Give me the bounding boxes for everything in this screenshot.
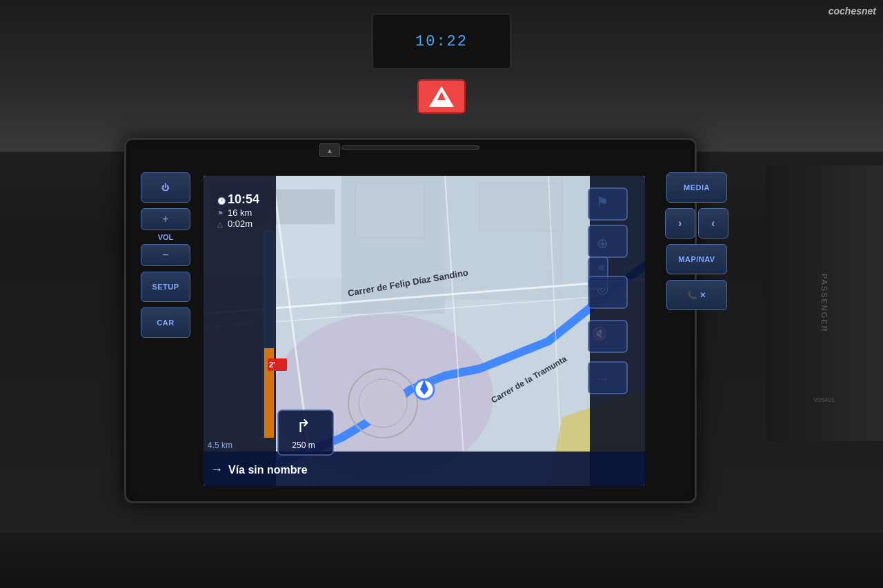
car-button[interactable]: CAR <box>141 307 190 338</box>
vol-minus-icon: − <box>162 249 168 261</box>
next-button[interactable]: › <box>665 208 695 239</box>
hazard-triangle-icon <box>429 86 454 107</box>
svg-text:△: △ <box>217 221 223 228</box>
dashboard: cochesnet 10:22 ▲ ⏻ + <box>0 0 883 588</box>
cd-slot <box>341 145 479 150</box>
media-button[interactable]: MEDIA <box>666 172 727 203</box>
svg-text:0:02m: 0:02m <box>228 219 252 229</box>
svg-rect-49 <box>588 276 627 308</box>
map-canvas: Carrer de Felip Díaz Sandino Carrer de l… <box>204 176 645 486</box>
watermark-label: cochesnet <box>829 6 876 17</box>
vol-plus-icon: + <box>162 213 168 225</box>
clock-time: 10:22 <box>415 33 468 50</box>
map-display[interactable]: Carrer de Felip Díaz Sandino Carrer de l… <box>204 176 645 486</box>
svg-rect-47 <box>588 225 627 257</box>
passenger-label: PASSENGER <box>820 274 829 333</box>
power-icon: ⏻ <box>161 183 170 192</box>
svg-text:⚑: ⚑ <box>217 210 224 217</box>
phone-icon: 📞 ✕ <box>687 291 706 300</box>
volume-section: + VOL − <box>141 208 190 266</box>
setup-label: SETUP <box>152 283 179 291</box>
svg-rect-50 <box>588 321 627 352</box>
nav-arrow-row: › ‹ <box>665 208 728 239</box>
eject-button[interactable]: ▲ <box>319 143 340 157</box>
svg-point-16 <box>359 379 407 427</box>
next-icon: › <box>678 217 682 230</box>
hazard-area <box>407 76 476 117</box>
prev-icon: ‹ <box>711 217 715 230</box>
top-dashboard: 10:22 <box>0 0 883 152</box>
setup-button[interactable]: SETUP <box>141 272 190 302</box>
media-label: MEDIA <box>684 183 710 192</box>
svg-rect-5 <box>272 190 335 224</box>
map-svg: Carrer de Felip Díaz Sandino Carrer de l… <box>204 176 645 486</box>
svg-text:🕐: 🕐 <box>217 196 226 205</box>
svg-text:4.5 km: 4.5 km <box>208 440 232 450</box>
left-control-panel: ⏻ + VOL − SETUP CAR <box>131 165 200 496</box>
map-nav-button[interactable]: MAP/NAV <box>666 244 727 274</box>
svg-text:Vía sin nombre: Vía sin nombre <box>228 464 308 476</box>
version-badge: V05401 <box>813 396 835 403</box>
hazard-button[interactable] <box>417 79 466 114</box>
eject-icon: ▲ <box>326 147 333 154</box>
bottom-dashboard <box>0 533 883 588</box>
svg-text:2': 2' <box>269 361 275 369</box>
svg-text:250 m: 250 m <box>292 440 315 450</box>
svg-text:10:54: 10:54 <box>228 192 259 206</box>
phone-button[interactable]: 📞 ✕ <box>666 280 727 310</box>
svg-text:↱: ↱ <box>296 416 311 436</box>
map-nav-label: MAP/NAV <box>678 255 715 263</box>
svg-rect-51 <box>588 362 627 394</box>
volume-up-button[interactable]: + <box>141 208 190 230</box>
svg-rect-6 <box>355 183 424 238</box>
center-clock-display: 10:22 <box>373 14 510 69</box>
svg-rect-46 <box>588 188 627 220</box>
power-button[interactable]: ⏻ <box>141 172 190 203</box>
prev-button[interactable]: ‹ <box>698 208 728 239</box>
svg-text:16 km: 16 km <box>228 207 252 218</box>
car-label: CAR <box>157 318 174 327</box>
volume-down-button[interactable]: − <box>141 244 190 266</box>
vol-label: VOL <box>158 233 174 241</box>
right-control-panel: MEDIA › ‹ MAP/NAV 📞 ✕ <box>655 165 738 496</box>
svg-text:→: → <box>210 463 223 476</box>
